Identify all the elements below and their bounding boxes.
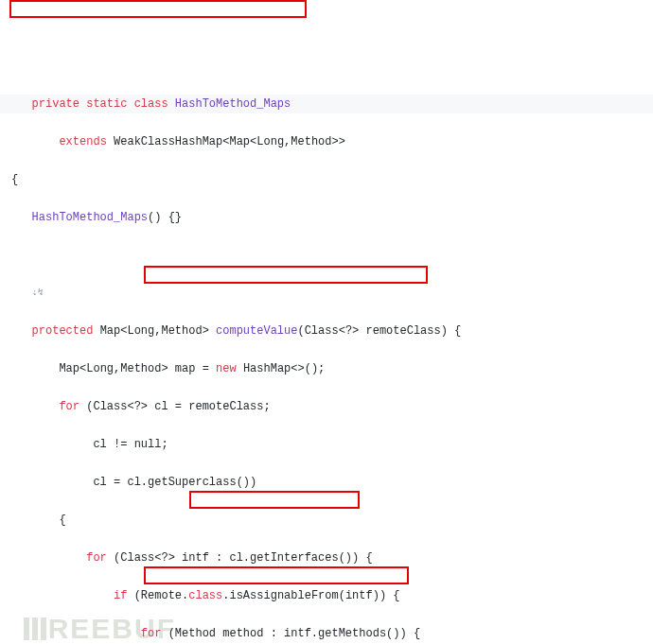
- code-block: private static class HashToMethod_Maps e…: [0, 76, 653, 644]
- ctor: HashMap<>: [243, 362, 305, 375]
- code-line: for (Method method : intf.getMethods()) …: [0, 624, 653, 643]
- code-line: [0, 246, 653, 265]
- keyword: new: [216, 362, 237, 375]
- text: =: [195, 362, 216, 375]
- var: map: [175, 362, 196, 375]
- params: (Class<?> remoteClass) {: [297, 324, 461, 338]
- code-line: {: [0, 170, 653, 189]
- code-line: private static class HashToMethod_Maps: [0, 95, 653, 113]
- text: (Remote.: [127, 589, 188, 602]
- text: ();: [305, 362, 326, 375]
- text: (Method method : intf.getMethods()) {: [161, 627, 420, 640]
- class-name: HashToMethod_Maps: [175, 97, 291, 111]
- override-gutter-icon[interactable]: ⇣↯: [32, 284, 45, 303]
- code-line: Map<Long,Method> map = new HashMap<>();: [0, 359, 653, 378]
- constructor: HashToMethod_Maps: [32, 211, 148, 224]
- highlight-box-class-declaration: [9, 0, 307, 18]
- text: () {}: [148, 211, 182, 224]
- code-line: cl != null;: [0, 435, 653, 454]
- code-line: {: [0, 511, 653, 530]
- text: cl = cl.getSuperclass()): [93, 476, 256, 489]
- code-line: extends WeakClassHashMap<Map<Long,Method…: [0, 132, 653, 151]
- keyword: extends: [59, 135, 106, 148]
- return-type: Map<Long,Method>: [100, 324, 209, 338]
- type: WeakClassHashMap<Map<Long,Method>>: [114, 135, 345, 148]
- code-line: ⇣↯: [0, 284, 653, 303]
- type: Map<Long,Method>: [59, 362, 168, 375]
- code-line: for (Class<?> intf : cl.getInterfaces())…: [0, 548, 653, 567]
- code-line: if (Remote.class.isAssignableFrom(intf))…: [0, 586, 653, 605]
- method-name: computeValue: [216, 324, 297, 338]
- text: (Class<?> intf : cl.getInterfaces()) {: [107, 551, 373, 565]
- keyword: class: [188, 589, 222, 602]
- keyword: for: [86, 551, 107, 565]
- keyword: protected: [32, 324, 94, 338]
- code-line: HashToMethod_Maps() {}: [0, 208, 653, 227]
- keyword: for: [59, 400, 79, 413]
- text: .isAssignableFrom(intf)) {: [222, 589, 399, 602]
- code-line: for (Class<?> cl = remoteClass;: [0, 397, 653, 416]
- keyword: for: [141, 627, 162, 640]
- text: (Class<?> cl = remoteClass;: [79, 400, 271, 413]
- keyword: if: [114, 589, 127, 602]
- text: cl != null;: [93, 438, 168, 451]
- keyword: private static class: [32, 97, 168, 111]
- code-line: protected Map<Long,Method> computeValue(…: [0, 322, 653, 340]
- code-line: cl = cl.getSuperclass()): [0, 473, 653, 492]
